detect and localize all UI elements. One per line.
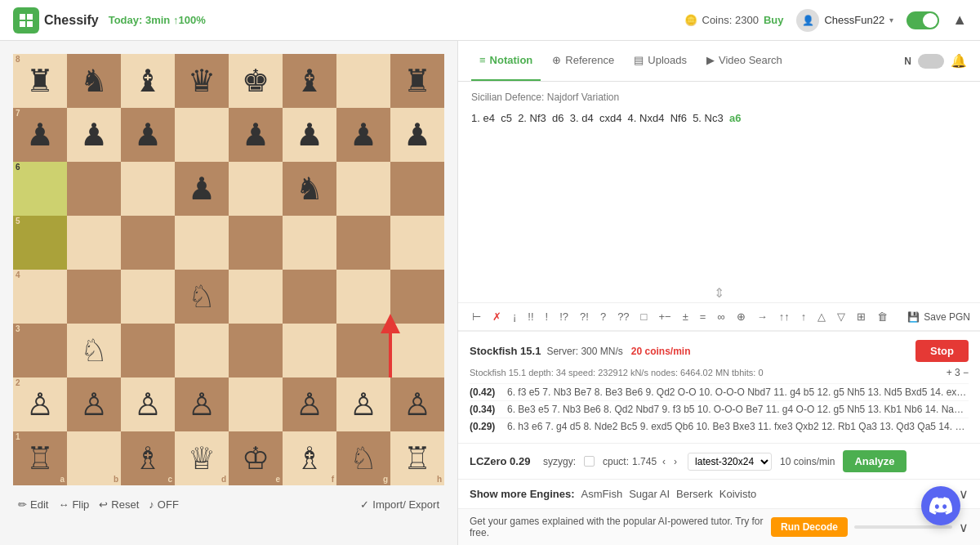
square[interactable] [390, 216, 444, 270]
square[interactable] [121, 324, 175, 377]
engine-berserk[interactable]: Berserk [676, 488, 713, 500]
square[interactable]: ♘ [67, 324, 121, 377]
toolbar-q-exclaim[interactable]: ?! [576, 308, 593, 325]
bell-icon[interactable]: 🔔 [951, 53, 967, 69]
toolbar-double-up[interactable]: ↑↑ [775, 308, 794, 325]
tab-uploads[interactable]: ▤ Uploads [626, 41, 695, 81]
toolbar-arrow[interactable]: → [753, 308, 772, 325]
move-a6[interactable]: a6 [729, 112, 741, 124]
square[interactable]: 5 [13, 216, 67, 270]
square[interactable] [390, 162, 444, 216]
square[interactable] [121, 162, 175, 216]
cpuct-increase[interactable]: › [671, 455, 679, 468]
square[interactable]: ♙ [67, 377, 121, 431]
square[interactable] [67, 216, 121, 270]
square[interactable] [229, 162, 283, 216]
toolbar-trash[interactable]: 🗑 [873, 308, 892, 325]
square[interactable] [336, 216, 390, 270]
discord-button[interactable] [921, 486, 960, 525]
square[interactable]: ♘ [175, 270, 229, 324]
model-select[interactable]: latest-320x24 [688, 453, 772, 471]
square[interactable]: ♙ [283, 377, 336, 431]
square[interactable]: 4 [13, 270, 67, 324]
square[interactable]: h♖ [390, 431, 444, 485]
square[interactable] [67, 162, 121, 216]
square[interactable]: ♟ [283, 108, 336, 162]
toolbar-nabla[interactable]: ▽ [833, 308, 849, 325]
square[interactable]: ♜ [390, 54, 444, 108]
toolbar-exclaim-q[interactable]: !? [555, 308, 572, 325]
square[interactable]: f♗ [283, 431, 336, 485]
square[interactable]: c♗ [121, 431, 175, 485]
collapse-decode-icon[interactable]: ∨ [959, 520, 969, 535]
collapse-engines-icon[interactable]: ∨ [959, 486, 969, 502]
n-toggle[interactable] [918, 54, 944, 69]
square[interactable]: ♟ [67, 108, 121, 162]
square[interactable] [67, 270, 121, 324]
syzygy-checkbox[interactable] [584, 456, 595, 467]
engine-sugar-ai[interactable]: Sugar AI [629, 488, 670, 500]
square[interactable] [229, 324, 283, 377]
move-nc3[interactable]: Nc3 [705, 112, 724, 124]
reset-button[interactable]: ↩ Reset [94, 495, 144, 514]
square[interactable]: ♚ [229, 54, 283, 108]
move-c5[interactable]: c5 [501, 112, 512, 124]
square[interactable]: ♟ [390, 108, 444, 162]
toolbar-square[interactable]: □ [637, 308, 652, 325]
save-pgn-button[interactable]: 💾 Save PGN [907, 311, 970, 323]
toolbar-plusminus[interactable]: +− [654, 308, 675, 325]
square[interactable]: ♙ [175, 377, 229, 431]
square[interactable]: ♙ [121, 377, 175, 431]
square[interactable]: 2♙ [13, 377, 67, 431]
toolbar-delete[interactable]: ✗ [488, 308, 506, 325]
import-export-button[interactable]: ✓ Import/ Export [355, 495, 444, 514]
move-nf6[interactable]: Nf6 [670, 112, 687, 124]
square[interactable] [229, 377, 283, 431]
toolbar-question[interactable]: ? [596, 308, 610, 325]
tab-notation[interactable]: ≡ Notation [471, 41, 541, 81]
toolbar-double-exclaim[interactable]: !! [523, 308, 537, 325]
square[interactable]: ♞ [67, 54, 121, 108]
square[interactable]: 6 [13, 162, 67, 216]
square[interactable]: g♘ [336, 431, 390, 485]
toolbar-up[interactable]: ↑ [797, 308, 811, 325]
toolbar-equal[interactable]: = [696, 308, 710, 325]
analyze-button[interactable]: Analyze [843, 450, 906, 472]
toolbar-double-q[interactable]: ?? [613, 308, 633, 325]
square[interactable] [283, 216, 336, 270]
square[interactable]: ♝ [283, 54, 336, 108]
toolbar-infinity[interactable]: ∞ [713, 308, 728, 325]
square[interactable] [336, 270, 390, 324]
toolbar-exclaim[interactable]: ¡ [509, 308, 520, 325]
toolbar-triangle[interactable]: △ [813, 308, 830, 325]
tab-reference[interactable]: ⊕ Reference [544, 41, 622, 81]
square[interactable] [390, 270, 444, 324]
moves-1[interactable]: 6. f3 e5 7. Nb3 Be7 8. Be3 Be6 9. Qd2 O-… [507, 386, 969, 398]
square[interactable]: ♟ [121, 108, 175, 162]
toolbar-exclaim2[interactable]: ! [541, 308, 553, 325]
toolbar-grid[interactable]: ⊞ [853, 308, 870, 325]
square[interactable]: ♛ [175, 54, 229, 108]
stop-button[interactable]: Stop [915, 340, 969, 362]
move-nf3[interactable]: Nf3 [530, 112, 546, 124]
buy-button[interactable]: Buy [764, 14, 784, 26]
sound-button[interactable]: ♪ OFF [144, 495, 184, 514]
square[interactable] [175, 216, 229, 270]
resize-handle[interactable]: ⇕ [458, 284, 980, 302]
run-decode-button[interactable]: Run Decode [771, 517, 848, 537]
user-menu[interactable]: 👤 ChessFun22 ▾ [796, 9, 893, 32]
square[interactable]: ♙ [390, 377, 444, 431]
engine-koivisto[interactable]: Koivisto [719, 488, 757, 500]
square[interactable] [283, 324, 336, 377]
toolbar-plus[interactable]: ± [679, 308, 693, 325]
square[interactable]: 8♜ [13, 54, 67, 108]
square[interactable] [121, 270, 175, 324]
square[interactable] [336, 54, 390, 108]
flip-button[interactable]: ↔ Flip [53, 495, 94, 514]
square[interactable]: ♟ [336, 108, 390, 162]
square[interactable]: ♙ [336, 377, 390, 431]
move-cxd4[interactable]: cxd4 [599, 112, 621, 124]
move-d4[interactable]: d4 [581, 112, 593, 124]
square[interactable]: 3 [13, 324, 67, 377]
square[interactable]: ♝ [121, 54, 175, 108]
